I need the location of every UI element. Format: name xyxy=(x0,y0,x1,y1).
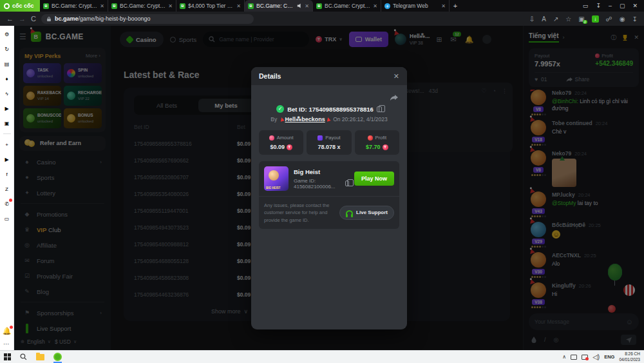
tab-title: BC.Game: Crypto Casino Gan xyxy=(52,3,97,9)
sidebar-divider xyxy=(3,133,11,134)
stat-label: Amount xyxy=(277,135,294,141)
downloads-tray-icon[interactable]: ↧ xyxy=(632,15,638,23)
recording-tray-icon[interactable] xyxy=(582,355,588,360)
tab-close-icon[interactable]: ✕ xyxy=(236,3,241,9)
browser-tab[interactable]: B $4,000 Top Tier Booongo Mu ✕ xyxy=(176,0,245,12)
tab-close-icon[interactable]: ✕ xyxy=(168,3,173,9)
notifications-bell-icon[interactable]: 🔔 xyxy=(3,327,12,335)
browser-tab[interactable]: B BC.Game: Crypto Casino Gan ✕ xyxy=(108,0,176,12)
coccoc-brand[interactable]: cốc cốc xyxy=(0,0,40,12)
tab-favicon: B xyxy=(248,3,254,9)
forward-button[interactable]: → xyxy=(19,15,26,23)
coccoc-taskbar-icon[interactable] xyxy=(53,353,62,361)
new-tab-button[interactable]: + xyxy=(450,0,461,12)
verified-check-icon: ✓ xyxy=(276,105,284,113)
game-id-row: Game ID: 4156082100006... xyxy=(294,178,349,190)
app-icon: ▭ xyxy=(3,215,11,223)
tab-title: BC.Game: Crypto Casino xyxy=(256,3,294,9)
game-thumbnail[interactable] xyxy=(264,166,289,191)
tab-favicon: B xyxy=(43,3,49,9)
tab-audio-icon[interactable] xyxy=(297,3,302,8)
file-explorer-icon[interactable] xyxy=(36,354,44,360)
app-icon: ⚙ xyxy=(3,30,11,39)
window-controls: ▭ ↧ – ▢ ✕ xyxy=(576,0,644,12)
tab-close-icon[interactable]: ✕ xyxy=(373,3,377,9)
browser-sidebar-icon[interactable]: ↻ xyxy=(3,44,12,54)
live-support-button[interactable]: Live Support xyxy=(339,206,394,220)
display-tray-icon[interactable] xyxy=(571,355,577,360)
browser-sidebar-icon[interactable]: ▣ xyxy=(3,119,12,128)
page-viewport: ☰ B BC.GAME My VIP Perks More › T xyxy=(14,26,644,350)
address-bar-icons: ⇩ A ↗ ☆ ▣0 ↓ ☍ ◉ ↧ xyxy=(529,15,638,23)
browser-sidebar-icon[interactable]: ▭ xyxy=(3,214,12,223)
bookmark-star-icon[interactable]: ☆ xyxy=(565,15,571,23)
tab-favicon: ✈ xyxy=(384,3,390,9)
copy-icon[interactable] xyxy=(377,106,382,112)
url-box[interactable]: bc.game/game/big-heist-by-booongo xyxy=(41,14,254,24)
bet-username[interactable]: Hell⁂beckons xyxy=(285,116,325,123)
app-icon: ↻ xyxy=(3,45,11,54)
save-page-icon[interactable]: ⇩ xyxy=(529,15,535,23)
browser-sidebar-icon[interactable]: + xyxy=(3,140,12,149)
minimize-button[interactable]: – xyxy=(609,3,612,9)
maximize-button[interactable]: ▢ xyxy=(620,3,625,9)
browser-sidebar-icon[interactable]: ✆ xyxy=(3,199,12,208)
browser-sidebar-icon[interactable]: ⚙ xyxy=(3,30,12,39)
download-panel-icon[interactable]: ↧ xyxy=(596,3,601,9)
tab-close-icon[interactable]: ✕ xyxy=(441,3,446,9)
tab-close-icon[interactable]: ✕ xyxy=(100,3,104,9)
share-bet-icon[interactable] xyxy=(390,94,398,101)
browser-sidebar-icon[interactable]: ▶ xyxy=(3,104,12,113)
browser-sidebar-icon[interactable]: f xyxy=(3,170,12,179)
download-manager-icon[interactable]: ↓ xyxy=(592,15,599,23)
tab-title: Telegram Web xyxy=(393,3,439,9)
reader-mode-icon[interactable]: ▭ xyxy=(583,3,589,9)
translate-icon[interactable]: A xyxy=(542,15,546,23)
browser-sidebar-icon[interactable]: ϟ xyxy=(3,89,12,98)
browser-tab[interactable]: ✈ Telegram Web ✕ xyxy=(381,0,450,12)
extensions-icon[interactable]: ☍ xyxy=(606,15,612,23)
santa-hat-icon xyxy=(326,117,330,121)
stat-card: Amount $0.09T xyxy=(259,130,303,155)
headset-icon xyxy=(346,210,353,215)
tab-title: $4,000 Top Tier Booongo Mu xyxy=(188,3,234,9)
stat-value: $7.70 xyxy=(366,144,381,150)
tab-list: B BC.Game: Crypto Casino Gan ✕ B BC.Game… xyxy=(40,0,450,12)
stat-value: 78.078 x xyxy=(317,144,340,150)
browser-sidebar: ⚙ ↻ ▤ xyxy=(0,26,14,350)
modal-by-line: By Hell⁂beckons On 20:26:12, 4/1/2023 xyxy=(251,116,407,123)
volume-tray-icon[interactable]: ◁) xyxy=(592,353,600,360)
close-button[interactable]: ✕ xyxy=(632,3,638,9)
game-id: Game ID: 4156082100006... xyxy=(294,178,343,190)
adblock-icon[interactable]: ▣0 xyxy=(578,15,584,23)
play-now-button[interactable]: Play Now xyxy=(354,172,394,186)
app-icon: ▤ xyxy=(3,60,11,68)
tab-favicon: B xyxy=(316,3,322,9)
modal-close-icon[interactable]: ✕ xyxy=(393,72,399,81)
browser-sidebar-icon[interactable]: ▤ xyxy=(3,59,12,68)
sidebar-more-icon[interactable]: ⋯ xyxy=(3,340,10,348)
share-page-icon[interactable]: ↗ xyxy=(553,15,558,23)
app-icon: ▣ xyxy=(3,119,11,128)
browser-tab[interactable]: B BC.Game: Crypto Casino Gar ✕ xyxy=(313,0,381,12)
browser-tab[interactable]: B BC.Game: Crypto Casino Gan ✕ xyxy=(40,0,108,12)
app-icon: ▶ xyxy=(3,104,11,113)
tab-close-icon[interactable]: ✕ xyxy=(305,3,309,9)
browser-sidebar-icon[interactable]: Z xyxy=(3,184,12,193)
browser-tab[interactable]: B BC.Game: Crypto Casino ✕ xyxy=(245,0,313,12)
taskbar-search-icon[interactable] xyxy=(20,353,27,360)
keyboard-language[interactable]: ENG xyxy=(604,354,614,360)
modal-bet-id: Bet ID: 1754098588955378816 xyxy=(287,106,374,113)
tray-expand-icon[interactable]: ∧ xyxy=(562,354,566,360)
reload-button[interactable]: C xyxy=(31,15,36,23)
santa-hat-icon xyxy=(279,117,284,121)
copy-icon[interactable] xyxy=(345,181,349,186)
start-button[interactable] xyxy=(4,353,11,360)
browser-sidebar-icon[interactable]: ♦ xyxy=(3,74,12,83)
trx-coin-icon: T xyxy=(287,144,292,150)
profile-icon[interactable]: ◉ xyxy=(620,15,625,23)
taskbar-clock[interactable]: 8:26 CH04/01/2023 xyxy=(619,351,640,362)
browser-sidebar-icon[interactable]: ▶ xyxy=(3,155,12,164)
back-button[interactable]: ← xyxy=(6,15,14,23)
app-icon: ♦ xyxy=(3,75,11,83)
